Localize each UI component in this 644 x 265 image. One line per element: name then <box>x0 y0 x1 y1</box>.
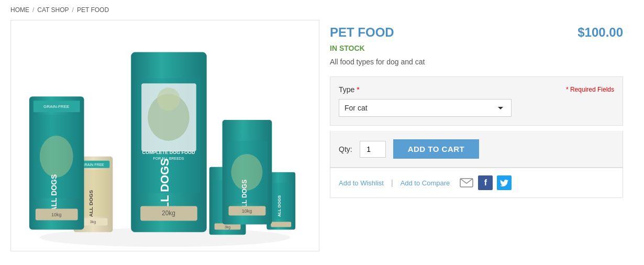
facebook-icon[interactable]: f <box>478 175 493 190</box>
svg-text:3kg: 3kg <box>90 220 96 224</box>
breadcrumb-sep2: / <box>72 6 74 14</box>
product-title: PET FOOD <box>330 25 394 40</box>
product-image-container: ALL DOGS ALL DOGS 3kg ALL DOGS 10kg <box>10 20 319 251</box>
svg-text:20kg: 20kg <box>162 209 175 217</box>
product-image: ALL DOGS ALL DOGS 3kg ALL DOGS 10kg <box>11 20 319 251</box>
required-star: * <box>357 85 359 94</box>
product-header: PET FOOD $100.00 <box>330 25 623 40</box>
actions-divider: | <box>391 179 393 187</box>
svg-text:3kg: 3kg <box>225 225 230 229</box>
required-fields-note: * Required Fields <box>566 86 614 93</box>
options-box: Type* * Required Fields For cat For dog <box>330 76 623 126</box>
twitter-icon[interactable] <box>497 175 512 190</box>
actions-box: Add to Wishlist | Add to Compare f <box>330 168 623 198</box>
qty-label: Qty: <box>339 145 352 153</box>
svg-point-27 <box>157 87 180 111</box>
breadcrumb-cat-shop[interactable]: CAT SHOP <box>37 6 69 14</box>
breadcrumb-sep1: / <box>32 6 34 14</box>
svg-text:COMPLETE DOG FOOD: COMPLETE DOG FOOD <box>142 150 195 155</box>
options-header: Type* * Required Fields <box>339 85 614 94</box>
add-to-wishlist-link[interactable]: Add to Wishlist <box>339 179 384 187</box>
svg-rect-4 <box>271 222 291 227</box>
social-icons: f <box>459 175 512 190</box>
email-icon[interactable] <box>459 178 474 188</box>
type-select[interactable]: For cat For dog <box>339 99 512 117</box>
svg-text:ALL DOGS: ALL DOGS <box>50 174 58 212</box>
add-to-cart-button[interactable]: ADD TO CART <box>393 139 480 159</box>
type-label: Type* <box>339 85 360 94</box>
svg-text:GRAIN-FREE: GRAIN-FREE <box>43 104 69 109</box>
breadcrumb-current: PET FOOD <box>77 6 109 14</box>
stock-status: IN STOCK <box>330 44 623 52</box>
add-to-compare-link[interactable]: Add to Compare <box>401 179 450 187</box>
product-page: ALL DOGS ALL DOGS 3kg ALL DOGS 10kg <box>0 20 644 262</box>
product-price: $100.00 <box>578 25 623 40</box>
svg-point-37 <box>40 136 73 178</box>
qty-input[interactable] <box>360 141 386 158</box>
breadcrumb-home[interactable]: HOME <box>10 6 29 14</box>
breadcrumb: HOME / CAT SHOP / PET FOOD <box>0 0 644 20</box>
product-description: All food types for dog and cat <box>330 58 623 66</box>
cart-row: Qty: ADD TO CART <box>330 131 623 168</box>
svg-text:10kg: 10kg <box>242 208 252 214</box>
actions-row: Add to Wishlist | Add to Compare f <box>330 168 623 197</box>
svg-text:GRAIN FREE: GRAIN FREE <box>82 163 104 167</box>
svg-text:10kg: 10kg <box>51 212 61 217</box>
product-details: PET FOOD $100.00 IN STOCK All food types… <box>319 20 634 251</box>
svg-text:ALL DOGS: ALL DOGS <box>88 190 94 217</box>
svg-text:ALL DOGS: ALL DOGS <box>277 195 282 217</box>
